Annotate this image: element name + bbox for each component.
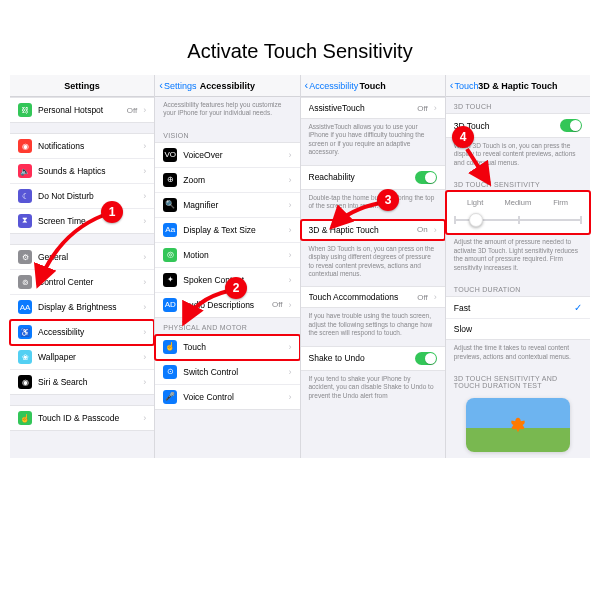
chevron-right-icon: › (143, 327, 146, 337)
row-wallpaper[interactable]: ❀Wallpaper› (10, 345, 154, 370)
panel-touch: ‹Accessibility Touch AssistiveTouchOff› … (300, 75, 445, 458)
toggle-3d-touch[interactable] (560, 119, 582, 132)
annotation-badge-4: 4 (452, 126, 474, 148)
row-label: Display & Brightness (38, 302, 137, 312)
row-do-not-disturb[interactable]: ☾Do Not Disturb› (10, 184, 154, 209)
row-3d-haptic-touch[interactable]: 3D & Haptic TouchOn› (301, 220, 445, 240)
row-label: Switch Control (183, 367, 282, 377)
assistivetouch-desc: AssistiveTouch allows you to use your iP… (301, 119, 445, 165)
row-duration-fast[interactable]: Fast✓ (446, 297, 590, 319)
row-display-text-size[interactable]: AaDisplay & Text Size› (155, 218, 299, 243)
chevron-right-icon: › (289, 342, 292, 352)
row-sounds-haptics[interactable]: 🔈Sounds & Haptics› (10, 159, 154, 184)
row-zoom[interactable]: ⊕Zoom› (155, 168, 299, 193)
test-image[interactable] (466, 398, 570, 452)
annotation-badge-2: 2 (225, 277, 247, 299)
chevron-right-icon: › (289, 275, 292, 285)
app-icon: Aa (163, 223, 177, 237)
row-label: Magnifier (183, 200, 282, 210)
chevron-right-icon: › (434, 292, 437, 302)
back-to-accessibility[interactable]: ‹Accessibility (305, 80, 359, 91)
row-notifications[interactable]: ◉Notifications› (10, 134, 154, 159)
panels-stage: Settings ⛓Personal HotspotOff›◉Notificat… (0, 75, 600, 458)
section-vision: VISION (155, 126, 299, 142)
row-assistivetouch[interactable]: AssistiveTouchOff› (301, 98, 445, 118)
row-control-center[interactable]: ⊚Control Center› (10, 270, 154, 295)
toggle-reachability[interactable] (415, 171, 437, 184)
section-test: 3D TOUCH SENSITIVITY AND TOUCH DURATION … (446, 369, 590, 392)
row-audio-descriptions[interactable]: ADAudio DescriptionsOff› (155, 293, 299, 317)
row-magnifier[interactable]: 🔍Magnifier› (155, 193, 299, 218)
row-siri-search[interactable]: ◉Siri & Search› (10, 370, 154, 394)
row-duration-slow[interactable]: Slow (446, 319, 590, 339)
row-reachability[interactable]: Reachability (301, 166, 445, 189)
chevron-right-icon: › (289, 150, 292, 160)
chevron-right-icon: › (143, 252, 146, 262)
chevron-right-icon: › (143, 141, 146, 151)
section-sensitivity: 3D TOUCH SENSITIVITY (446, 175, 590, 191)
row-touch-accommodations[interactable]: Touch AccommodationsOff› (301, 287, 445, 307)
chevron-left-icon: ‹ (450, 80, 454, 91)
row-label: Touch (183, 342, 282, 352)
panel-settings: Settings ⛓Personal HotspotOff›◉Notificat… (10, 75, 154, 458)
row-switch-control[interactable]: ⊙Switch Control› (155, 360, 299, 385)
row-value: Off (127, 106, 138, 115)
chevron-right-icon: › (289, 367, 292, 377)
chevron-left-icon: ‹ (305, 80, 309, 91)
row-personal-hotspot[interactable]: ⛓Personal HotspotOff› (10, 98, 154, 122)
app-icon: ☝ (163, 340, 177, 354)
row-accessibility[interactable]: ♿Accessibility› (10, 320, 154, 345)
back-to-touch[interactable]: ‹Touch (450, 80, 479, 91)
row-voice-control[interactable]: 🎤Voice Control› (155, 385, 299, 409)
chevron-right-icon: › (143, 105, 146, 115)
chevron-right-icon: › (289, 225, 292, 235)
seg-firm: Firm (539, 196, 582, 209)
header-settings: Settings (10, 75, 154, 97)
app-icon: 🔍 (163, 198, 177, 212)
row-label: Do Not Disturb (38, 191, 137, 201)
row-label: Motion (183, 250, 282, 260)
row-general[interactable]: ⚙General› (10, 245, 154, 270)
row-touch-id-passcode[interactable]: ☝Touch ID & Passcode› (10, 406, 154, 430)
row-touch[interactable]: ☝Touch› (155, 335, 299, 360)
row-shake-to-undo[interactable]: Shake to Undo (301, 347, 445, 370)
app-icon: ❀ (18, 350, 32, 364)
sensitivity-segments: Light Medium Firm (454, 196, 582, 209)
annotation-badge-3: 3 (377, 189, 399, 211)
chevron-right-icon: › (289, 392, 292, 402)
chevron-right-icon: › (434, 225, 437, 235)
seg-medium: Medium (497, 196, 540, 209)
section-duration: TOUCH DURATION (446, 280, 590, 296)
app-icon: ✦ (163, 273, 177, 287)
chevron-right-icon: › (143, 191, 146, 201)
header-accessibility: ‹Settings Accessibility (155, 75, 299, 97)
app-icon: ◉ (18, 139, 32, 153)
chevron-right-icon: › (143, 302, 146, 312)
back-to-settings[interactable]: ‹Settings (159, 80, 196, 91)
app-icon: ⊙ (163, 365, 177, 379)
chevron-right-icon: › (289, 200, 292, 210)
row-label: Screen Time (38, 216, 137, 226)
row-label: Control Center (38, 277, 137, 287)
row-motion[interactable]: ◎Motion› (155, 243, 299, 268)
chevron-right-icon: › (143, 352, 146, 362)
sensitivity-slider[interactable] (454, 213, 582, 227)
chevron-right-icon: › (289, 175, 292, 185)
chevron-right-icon: › (434, 103, 437, 113)
chevron-right-icon: › (143, 166, 146, 176)
row-label: VoiceOver (183, 150, 282, 160)
chevron-left-icon: ‹ (159, 80, 163, 91)
row-voiceover[interactable]: VOVoiceOver› (155, 143, 299, 168)
app-icon: ☝ (18, 411, 32, 425)
toggle-shake[interactable] (415, 352, 437, 365)
row-screen-time[interactable]: ⧗Screen Time› (10, 209, 154, 233)
row-label: Siri & Search (38, 377, 137, 387)
app-icon: ⚙ (18, 250, 32, 264)
row-label: Wallpaper (38, 352, 137, 362)
row-label: Display & Text Size (183, 225, 282, 235)
chevron-right-icon: › (289, 250, 292, 260)
row-display-brightness[interactable]: AADisplay & Brightness› (10, 295, 154, 320)
slider-knob[interactable] (469, 213, 483, 227)
chevron-right-icon: › (143, 216, 146, 226)
chevron-right-icon: › (143, 277, 146, 287)
